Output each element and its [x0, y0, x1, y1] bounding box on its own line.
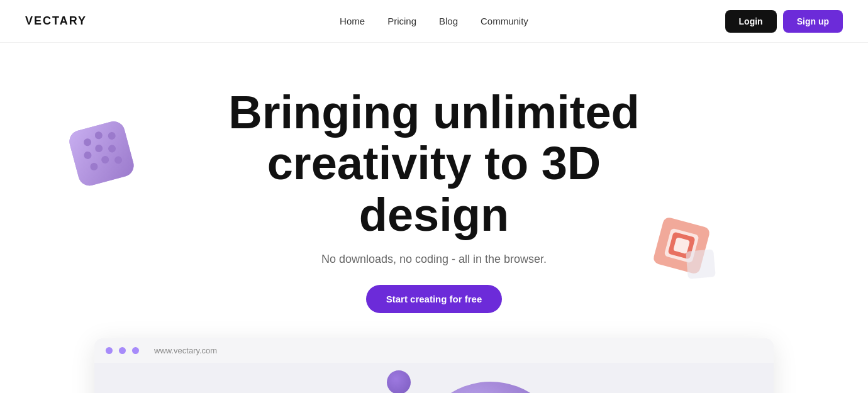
- hero-subtext: No downloads, no coding - all in the bro…: [0, 253, 868, 266]
- svg-rect-1: [67, 119, 136, 187]
- signup-button[interactable]: Sign up: [783, 10, 843, 33]
- nav-community[interactable]: Community: [481, 16, 528, 26]
- brand-logo[interactable]: VECTARY: [25, 14, 87, 28]
- nav-links: Home Pricing Blog Community: [340, 16, 528, 27]
- hero-headline: Bringing unlimited creativity to 3D desi…: [214, 87, 654, 240]
- browser-mockup: www.vectary.com: [94, 338, 774, 393]
- hero-section: Bringing unlimited creativity to 3D desi…: [0, 43, 868, 393]
- cta-button[interactable]: Start creating for free: [366, 285, 503, 313]
- browser-bar: www.vectary.com: [94, 338, 774, 363]
- small-ball: [387, 370, 411, 393]
- nav-home[interactable]: Home: [340, 16, 365, 26]
- svg-rect-15: [686, 249, 716, 279]
- browser-dot-red: [106, 347, 113, 354]
- navbar: VECTARY Home Pricing Blog Community Logi…: [0, 0, 868, 43]
- browser-dot-green: [132, 347, 139, 354]
- square-ring-object: [648, 213, 717, 282]
- browser-url: www.vectary.com: [154, 346, 217, 355]
- browser-dot-yellow: [119, 347, 126, 354]
- large-ball: [421, 382, 560, 393]
- nav-pricing[interactable]: Pricing: [387, 16, 416, 26]
- login-button[interactable]: Login: [725, 10, 777, 33]
- nav-blog[interactable]: Blog: [439, 16, 458, 26]
- waffle-object: [66, 112, 142, 187]
- browser-content: [94, 363, 774, 393]
- nav-actions: Login Sign up: [725, 10, 843, 33]
